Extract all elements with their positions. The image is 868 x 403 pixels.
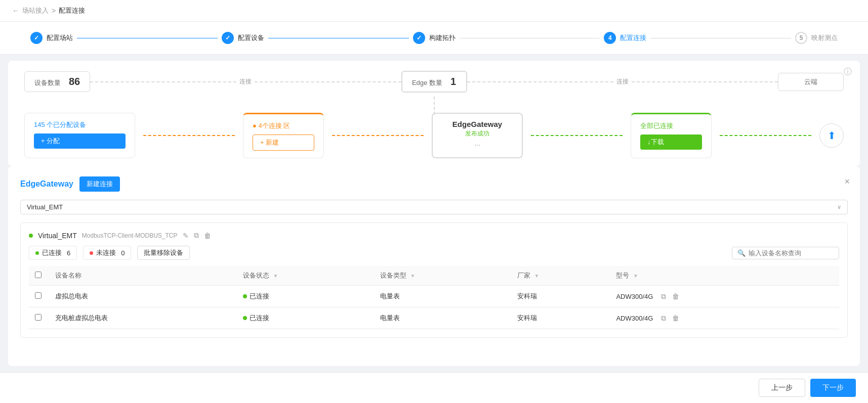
row-manufacturer: 安科瑞	[511, 307, 610, 329]
all-connected-card: 全部已连接 ↓下载	[631, 113, 712, 158]
col-device-name: 设备名称	[49, 266, 237, 286]
edge-count-label: Edge 数量	[412, 78, 442, 87]
panel-title: EdgeGateway	[20, 180, 73, 189]
connection-name: Virtual_EMT	[38, 232, 77, 240]
edge-gateway-name: EdgeGateway	[445, 120, 510, 128]
step-3-circle: ✓	[413, 32, 425, 44]
col-manufacturer: 厂家 ▼	[511, 266, 610, 286]
connected-label: 已连接	[42, 248, 62, 257]
row-checkbox-cell	[29, 286, 49, 307]
device-count-box: 设备数量 86	[24, 71, 90, 92]
allocate-button[interactable]: + 分配	[34, 133, 126, 149]
connected-dot	[35, 251, 39, 255]
step-5: 5 映射测点	[795, 32, 838, 44]
row-copy-icon[interactable]: ⧉	[661, 292, 666, 300]
panel-header: EdgeGateway 新建连接 ×	[20, 176, 848, 192]
arch-diagram: 设备数量 86 连接 Edge 数量 1 连接 云端	[8, 61, 860, 166]
breadcrumb-parent[interactable]: 场站接入	[22, 6, 49, 15]
table-header-row: 设备名称 设备状态 ▼ 设备类型 ▼ 厂家 ▼	[29, 266, 839, 286]
sort-icon-model[interactable]: ▼	[633, 273, 638, 279]
connection-orange-label: ● 4个连接 区	[253, 121, 314, 130]
step-2: ✓ 配置设备	[222, 32, 264, 44]
row-device-status: 已连接	[237, 307, 374, 329]
step-5-label: 映射测点	[811, 33, 838, 42]
step-1-circle: ✓	[30, 32, 43, 44]
back-arrow-icon[interactable]: ←	[12, 7, 19, 15]
step-1-label: 配置场站	[47, 33, 73, 42]
col-model: 型号 ▼	[610, 266, 839, 286]
disconnected-count: 0	[121, 249, 125, 257]
footer-buttons: 上一步 下一步	[0, 372, 868, 403]
chevron-down-icon: ∨	[837, 204, 841, 210]
device-table: 设备名称 设备状态 ▼ 设备类型 ▼ 厂家 ▼	[29, 266, 839, 329]
row-manufacturer: 安科瑞	[511, 286, 610, 307]
connected-count: 6	[67, 249, 70, 257]
breadcrumb-separator: >	[52, 7, 56, 15]
row-copy-icon[interactable]: ⧉	[661, 314, 666, 322]
select-value: Virtual_EMT	[27, 203, 833, 211]
row-checkbox[interactable]	[35, 292, 42, 299]
device-search-input[interactable]	[749, 249, 834, 257]
col-device-status: 设备状态 ▼	[237, 266, 374, 286]
download-button[interactable]: ↓下载	[640, 135, 702, 150]
sort-icon-type[interactable]: ▼	[410, 273, 415, 279]
sort-icon-manufacturer[interactable]: ▼	[534, 273, 539, 279]
new-connection-button[interactable]: + 新建	[253, 135, 314, 151]
edge-gateway-status: 发布成功	[445, 129, 510, 138]
connection-detail-card: Virtual_EMT ModbusTCP-Client-MODBUS_TCP …	[20, 222, 848, 338]
disconnected-status-item: 未连接 0	[83, 246, 131, 260]
next-button[interactable]: 下一步	[810, 379, 856, 397]
disconnected-dot	[90, 251, 93, 255]
row-delete-icon[interactable]: 🗑	[672, 314, 679, 322]
step-2-circle: ✓	[222, 32, 234, 44]
upload-icon[interactable]: ⬆	[819, 123, 844, 148]
row-device-type: 电量表	[374, 307, 511, 329]
edge-gateway-box: EdgeGateway 发布成功 ...	[432, 113, 523, 158]
edit-icon[interactable]: ✎	[183, 232, 189, 240]
step-4-label: 配置连接	[620, 33, 646, 42]
connection-card: ● 4个连接 区 + 新建	[243, 113, 324, 158]
edge-more-icon[interactable]: ...	[445, 139, 510, 147]
table-row: 充电桩虚拟总电表 已连接 电量表 安科瑞 ADW300/4G ⧉ 🗑	[29, 307, 839, 329]
row-device-type: 电量表	[374, 286, 511, 307]
device-card: 145 个已分配设备 + 分配	[24, 113, 135, 158]
step-2-label: 配置设备	[238, 33, 264, 42]
allocated-text: 145 个已分配设备	[34, 120, 126, 129]
step-5-circle: 5	[795, 32, 807, 44]
step-line-3	[460, 38, 600, 38]
col-device-type: 设备类型 ▼	[374, 266, 511, 286]
back-button[interactable]: 上一步	[759, 379, 805, 397]
row-checkbox-cell	[29, 307, 49, 329]
new-connection-panel-button[interactable]: 新建连接	[79, 176, 120, 192]
step-4-circle: 4	[604, 32, 616, 44]
device-search-box[interactable]: 🔍	[732, 247, 839, 259]
info-icon[interactable]: ⓘ	[844, 67, 852, 77]
row-status-dot	[243, 294, 247, 298]
table-body: 虚拟总电表 已连接 电量表 安科瑞 ADW300/4G ⧉ 🗑 充电桩虚拟总电表	[29, 286, 839, 329]
step-3-label: 构建拓扑	[429, 33, 456, 42]
row-status-dot	[243, 316, 247, 320]
breadcrumb: ← 场站接入 > 配置连接	[0, 0, 868, 22]
all-connected-label: 全部已连接	[640, 121, 702, 130]
step-line-1	[77, 38, 218, 38]
connect-label-1: 连接	[239, 77, 252, 86]
delete-icon[interactable]: 🗑	[204, 232, 211, 240]
connect-label-2: 连接	[616, 77, 629, 86]
sort-icon-status[interactable]: ▼	[273, 273, 278, 279]
step-line-2	[268, 38, 409, 38]
device-status-bar: 已连接 6 未连接 0 批量移除设备 🔍	[29, 246, 839, 260]
protocol-select[interactable]: Virtual_EMT ∨	[20, 200, 848, 214]
device-count-label: 设备数量	[34, 78, 61, 87]
close-panel-button[interactable]: ×	[844, 176, 850, 187]
cloud-label: 云端	[804, 77, 817, 86]
select-all-checkbox[interactable]	[35, 272, 42, 278]
copy-icon[interactable]: ⧉	[194, 231, 199, 240]
step-4: 4 配置连接	[604, 32, 646, 44]
batch-remove-button[interactable]: 批量移除设备	[137, 246, 190, 260]
row-device-status: 已连接	[237, 286, 374, 307]
row-device-name: 虚拟总电表	[49, 286, 237, 307]
disconnected-label: 未连接	[96, 248, 116, 257]
table-row: 虚拟总电表 已连接 电量表 安科瑞 ADW300/4G ⧉ 🗑	[29, 286, 839, 307]
row-delete-icon[interactable]: 🗑	[672, 292, 679, 300]
row-checkbox[interactable]	[35, 314, 42, 321]
